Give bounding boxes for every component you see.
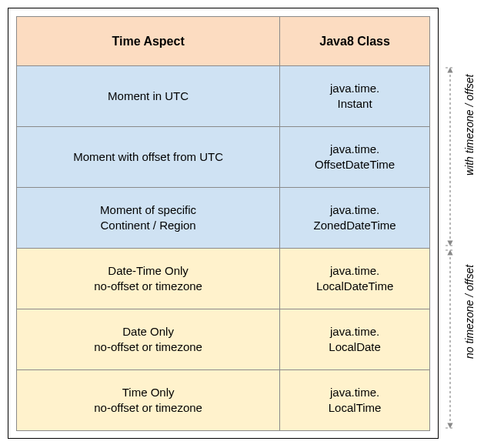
cell-text: ZonedDateTime [283, 218, 426, 233]
table-row: Date Only no-offset or timezone java.tim… [17, 309, 430, 370]
cell-text: Moment of specific [20, 202, 276, 218]
table-row: Time Only no-offset or timezone java.tim… [17, 370, 430, 431]
cell-aspect: Moment with offset from UTC [17, 127, 280, 188]
annotation-no-timezone: no timezone / offset [463, 328, 476, 359]
cell-text: java.time. [283, 142, 426, 157]
time-class-table: Time Aspect Java8 Class Moment in UTC ja… [16, 16, 430, 431]
cell-class: java.time. OffsetDateTime [280, 127, 430, 188]
cell-text: Date Only [20, 324, 276, 339]
cell-text: no-offset or timezone [20, 339, 276, 355]
cell-class: java.time. LocalDateTime [280, 249, 430, 309]
cell-text: LocalDateTime [283, 279, 426, 294]
cell-text: java.time. [283, 263, 426, 279]
table-row: Moment of specific Continent / Region ja… [17, 188, 430, 249]
table-row: Moment in UTC java.time. Instant [17, 66, 430, 127]
annotation-with-timezone: with timezone / offset [463, 145, 476, 176]
cell-text: Time Only [20, 385, 276, 400]
cell-text: java.time. [283, 81, 426, 96]
cell-aspect: Time Only no-offset or timezone [17, 370, 280, 431]
cell-text: Date-Time Only [20, 263, 276, 279]
cell-aspect: Moment of specific Continent / Region [17, 188, 280, 249]
header-java8-class: Java8 Class [280, 17, 430, 66]
cell-text: java.time. [283, 202, 426, 218]
cell-text: Instant [283, 96, 426, 112]
cell-aspect: Date Only no-offset or timezone [17, 309, 280, 370]
cell-text: java.time. [283, 324, 426, 339]
cell-class: java.time. Instant [280, 66, 430, 127]
cell-text: Moment with offset from UTC [20, 149, 276, 165]
header-time-aspect: Time Aspect [17, 17, 280, 66]
cell-text: java.time. [283, 385, 426, 400]
cell-text: OffsetDateTime [283, 157, 426, 172]
cell-text: Moment in UTC [20, 89, 276, 104]
cell-class: java.time. ZonedDateTime [280, 188, 430, 249]
cell-aspect: Date-Time Only no-offset or timezone [17, 249, 280, 309]
cell-class: java.time. LocalDate [280, 309, 430, 370]
cell-class: java.time. LocalTime [280, 370, 430, 431]
cell-text: Continent / Region [20, 218, 276, 233]
table-row: Date-Time Only no-offset or timezone jav… [17, 249, 430, 309]
cell-aspect: Moment in UTC [17, 66, 280, 127]
cell-text: no-offset or timezone [20, 400, 276, 416]
table-frame: Time Aspect Java8 Class Moment in UTC ja… [8, 8, 439, 439]
table-row: Moment with offset from UTC java.time. O… [17, 127, 430, 188]
bracket-icon [442, 65, 458, 248]
bracket-icon [442, 248, 458, 430]
cell-text: LocalTime [283, 400, 426, 416]
cell-text: LocalDate [283, 339, 426, 355]
cell-text: no-offset or timezone [20, 279, 276, 294]
table-header-row: Time Aspect Java8 Class [17, 17, 430, 66]
